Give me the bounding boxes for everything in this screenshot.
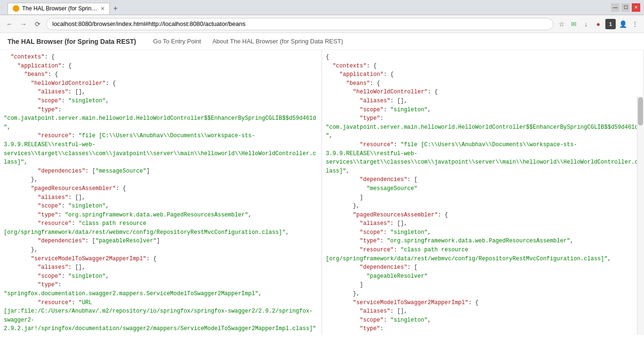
forward-button[interactable]: → <box>18 18 29 30</box>
extension-4[interactable]: 1 <box>605 19 616 29</box>
window-controls: — ☐ ✕ <box>611 3 640 12</box>
bookmark-button[interactable]: ☆ <box>556 19 567 29</box>
browser-titlebar: The HAL Browser (for Spring Dat... ✕ + —… <box>0 0 644 15</box>
extension-2[interactable]: ↓ <box>581 19 591 29</box>
menu-button[interactable]: ⋮ <box>630 19 640 29</box>
app-header: The HAL Browser (for Spring Data REST) G… <box>0 33 644 50</box>
address-bar: ← → ⟳ ☆ ✉ ↓ ● 1 👤 ⋮ <box>0 15 644 33</box>
content-area: "contexts": { "application": { "beans": … <box>0 50 644 335</box>
nav-link-entry-point[interactable]: Go To Entry Point <box>148 34 207 49</box>
browser-actions: ☆ ✉ ↓ ● 1 👤 ⋮ <box>556 19 640 29</box>
nav-link-about[interactable]: About The HAL Browser (for Spring Data R… <box>206 34 348 49</box>
tab-label: The HAL Browser (for Spring Dat... <box>22 5 98 12</box>
tab-close-button[interactable]: ✕ <box>100 6 105 12</box>
close-button[interactable]: ✕ <box>632 3 640 12</box>
minimize-button[interactable]: — <box>611 3 619 12</box>
right-pane-content: { "contexts": { "application": { "beans"… <box>326 53 640 335</box>
browser-tab[interactable]: The HAL Browser (for Spring Dat... ✕ <box>8 3 110 14</box>
app-title: The HAL Browser (for Spring Data REST) <box>8 38 136 45</box>
extension-3[interactable]: ● <box>593 19 603 29</box>
left-pane: "contexts": { "application": { "beans": … <box>0 50 322 335</box>
new-tab-button[interactable]: + <box>110 3 121 14</box>
extension-1[interactable]: ✉ <box>569 19 579 29</box>
maximize-button[interactable]: ☐ <box>621 3 630 12</box>
right-pane: { "contexts": { "application": { "beans"… <box>322 50 644 335</box>
back-button[interactable]: ← <box>4 18 15 30</box>
scrollbar-vertical[interactable] <box>637 96 644 335</box>
left-pane-content: "contexts": { "application": { "beans": … <box>4 53 318 335</box>
url-bar[interactable] <box>46 18 553 30</box>
reload-button[interactable]: ⟳ <box>32 18 43 30</box>
profile-button[interactable]: 👤 <box>618 19 628 29</box>
scrollbar-thumb[interactable] <box>638 97 643 125</box>
tab-favicon <box>13 5 19 12</box>
